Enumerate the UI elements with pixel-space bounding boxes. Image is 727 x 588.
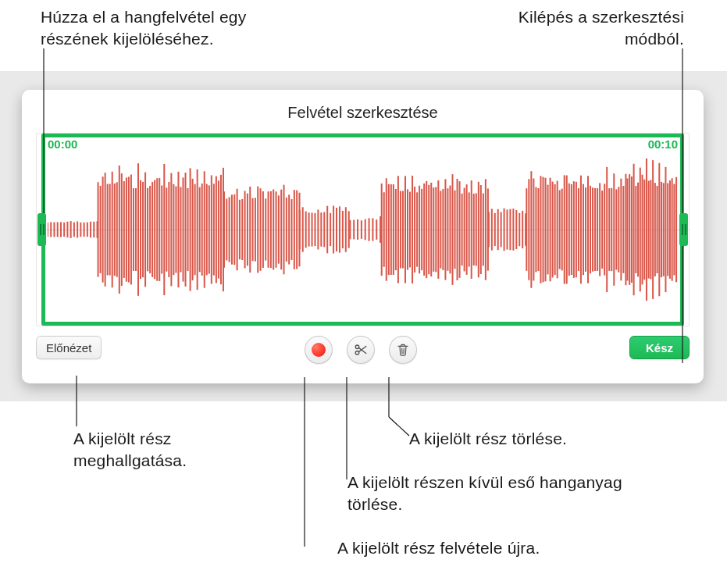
svg-line-265 [389, 417, 409, 436]
callout-listen-selection: A kijelölt rész meghallgatása. [73, 428, 276, 472]
trash-icon [397, 343, 409, 357]
preview-button[interactable]: Előnézet [36, 336, 102, 359]
selection-border [41, 134, 684, 326]
record-button[interactable] [305, 336, 333, 364]
done-button[interactable]: Kész [629, 336, 690, 359]
edit-recording-card: Felvétel szerkesztése 00:00 00:10 Előnéz… [22, 90, 704, 383]
selection-handle-right[interactable] [679, 213, 688, 246]
scissors-icon [354, 343, 368, 357]
selection-handle-left[interactable] [37, 213, 46, 246]
card-title: Felvétel szerkesztése [22, 104, 704, 122]
callout-drag-select: Húzza el a hangfelvétel egy részének kij… [41, 6, 298, 51]
record-icon [312, 343, 326, 357]
delete-button[interactable] [389, 336, 417, 364]
callout-exit-mode: Kilépés a szerkesztési módból. [465, 6, 684, 51]
callout-delete-selection: A kijelölt rész törlése. [409, 428, 659, 450]
toolbar: Előnézet [36, 336, 690, 367]
trim-button[interactable] [347, 336, 375, 364]
callout-rerecord: A kijelölt rész felvétele újra. [337, 537, 634, 559]
callout-trim-outside: A kijelölt részen kívül eső hanganyag tö… [347, 472, 636, 516]
waveform-area[interactable]: 00:00 00:10 [36, 133, 690, 326]
